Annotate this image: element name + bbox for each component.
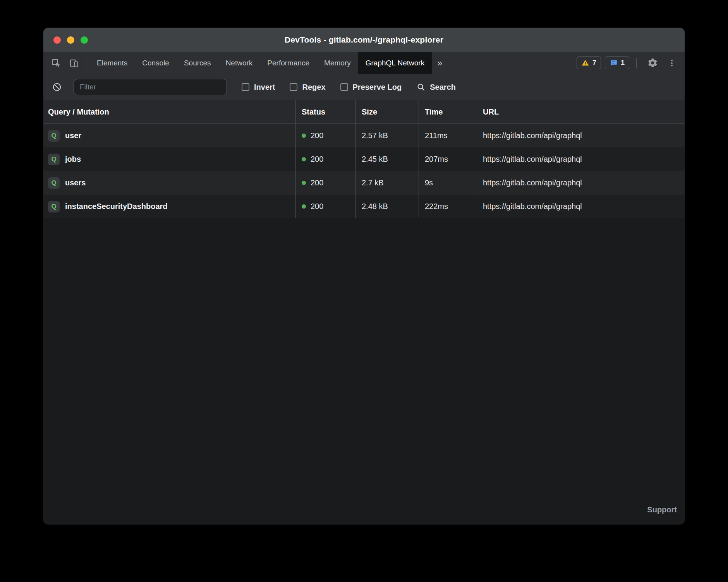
time-value: 9s [425,178,433,187]
gear-icon [647,58,658,68]
support-link[interactable]: Support [647,505,677,514]
status-dot [302,157,306,161]
time-value: 211ms [425,131,448,140]
table-header: Query / Mutation Status Size Time URL [43,100,685,124]
table-row[interactable]: Q users 200 2.7 kB 9s https://gitlab.com… [43,171,685,195]
regex-checkbox-group[interactable]: Regex [290,83,325,92]
empty-request-area: Support [43,218,685,524]
search-icon [416,82,426,92]
status-value: 200 [311,178,323,187]
filter-toolbar: Invert Regex Preserve Log Search [43,74,685,100]
status-dot [302,134,306,138]
kebab-menu-icon [667,58,676,68]
query-badge: Q [48,154,60,165]
url-value: https://gitlab.com/api/graphql [483,155,582,164]
column-header-query[interactable]: Query / Mutation [43,100,295,123]
device-toolbar-icon [69,58,79,68]
column-header-url[interactable]: URL [477,100,685,123]
query-badge: Q [48,177,60,189]
invert-label: Invert [254,83,275,92]
devtools-tab-bar: Elements Console Sources Network Perform… [43,52,685,74]
url-value: https://gitlab.com/api/graphql [483,131,582,140]
tabbar-right-divider [636,58,637,68]
invert-checkbox-group[interactable]: Invert [242,83,275,92]
devtools-window: DevTools - gitlab.com/-/graphql-explorer… [43,28,685,524]
size-value: 2.7 kB [362,178,384,187]
search-label: Search [430,83,456,92]
message-icon [610,59,618,67]
more-tabs-button[interactable]: » [432,52,448,74]
tab-console[interactable]: Console [135,52,177,74]
issues-badge[interactable]: 1 [605,56,629,69]
query-name: instanceSecurityDashboard [65,202,168,211]
status-value: 200 [311,155,323,164]
url-value: https://gitlab.com/api/graphql [483,202,582,211]
more-options-button[interactable] [665,58,678,68]
inspect-cursor-icon [51,58,61,68]
warning-icon [581,59,589,67]
minimize-button[interactable] [67,36,74,44]
tabbar-divider [86,58,86,68]
table-row[interactable]: Q user 200 2.57 kB 211ms https://gitlab.… [43,124,685,147]
invert-checkbox[interactable] [242,83,249,91]
query-badge: Q [48,130,60,142]
table-row[interactable]: Q jobs 200 2.45 kB 207ms https://gitlab.… [43,147,685,171]
tabbar-right-controls: 7 1 [577,52,685,74]
status-value: 200 [311,131,323,140]
table-row[interactable]: Q instanceSecurityDashboard 200 2.48 kB … [43,195,685,218]
status-value: 200 [311,202,323,211]
warning-count: 7 [592,59,596,67]
size-value: 2.57 kB [362,131,388,140]
query-badge: Q [48,201,60,212]
tab-graphql-network[interactable]: GraphQL Network [358,52,432,74]
tab-memory[interactable]: Memory [317,52,358,74]
size-value: 2.48 kB [362,202,388,211]
query-name: jobs [65,155,81,164]
query-name: users [65,178,86,187]
device-toolbar-button[interactable] [65,52,83,74]
title-bar: DevTools - gitlab.com/-/graphql-explorer [43,28,685,52]
search-button[interactable]: Search [416,82,456,92]
query-name: user [65,131,81,140]
clear-icon[interactable] [52,82,62,92]
window-title: DevTools - gitlab.com/-/graphql-explorer [43,35,685,45]
maximize-button[interactable] [81,36,88,44]
preserve-log-checkbox-group[interactable]: Preserve Log [340,83,402,92]
url-value: https://gitlab.com/api/graphql [483,178,582,187]
traffic-lights [53,28,88,52]
time-value: 207ms [425,155,448,164]
size-value: 2.45 kB [362,155,388,164]
filter-input[interactable] [74,79,227,95]
status-dot [302,181,306,185]
preserve-log-label: Preserve Log [353,83,402,92]
tab-elements[interactable]: Elements [89,52,135,74]
status-dot [302,204,306,209]
warnings-badge[interactable]: 7 [577,56,601,69]
regex-label: Regex [302,83,325,92]
tab-sources[interactable]: Sources [177,52,218,74]
column-header-status[interactable]: Status [295,100,355,123]
column-header-size[interactable]: Size [355,100,419,123]
preserve-log-checkbox[interactable] [340,83,348,91]
issues-count: 1 [621,59,625,67]
inspect-element-button[interactable] [47,52,65,74]
tab-performance[interactable]: Performance [260,52,317,74]
regex-checkbox[interactable] [290,83,297,91]
settings-button[interactable] [644,58,661,68]
time-value: 222ms [425,202,448,211]
column-header-time[interactable]: Time [419,100,477,123]
close-button[interactable] [53,36,61,44]
tab-network[interactable]: Network [218,52,260,74]
